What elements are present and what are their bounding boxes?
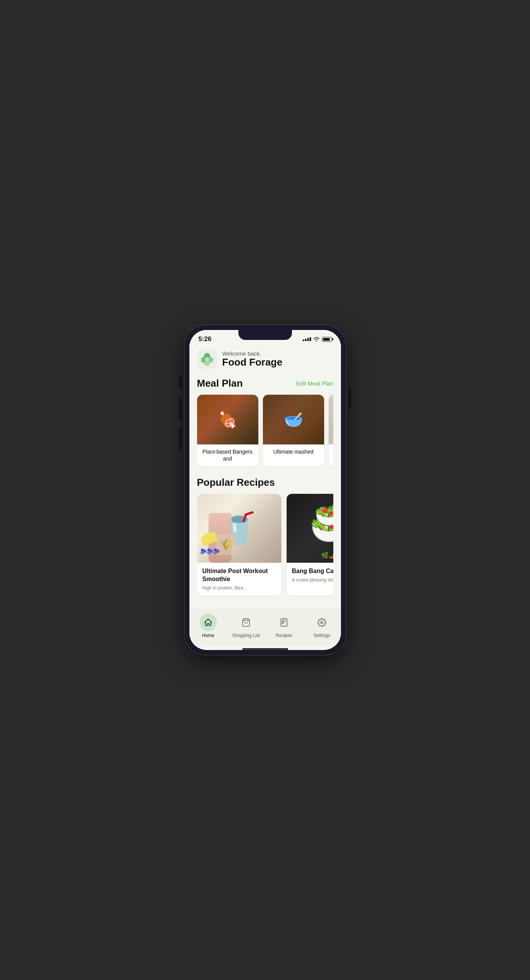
meal-card-2[interactable]: 🥣 Ultimate mashed	[263, 395, 324, 467]
meal-plan-title: Meal Plan	[197, 377, 243, 389]
nav-settings-icon-wrap	[313, 614, 331, 631]
notch	[238, 330, 292, 340]
recipes-scroll: 🌾 🫐🫐🫐 Ultimate Post Workout Smoothie Hig…	[197, 494, 333, 596]
recipe-card-1-title: Ultimate Post Workout Smoothie	[202, 567, 276, 583]
popular-recipes-header: Popular Recipes	[197, 477, 333, 488]
svg-rect-6	[281, 619, 287, 626]
bottom-nav: Home Shopping List	[189, 609, 341, 646]
phone-frame: 5:26	[185, 325, 346, 655]
signal-icon	[303, 337, 311, 341]
popular-recipes-section: Popular Recipes 🌾 🫐🫐🫐 Ultimat	[189, 474, 341, 603]
book-icon	[279, 618, 289, 627]
nav-shopping-label: Shopping List	[232, 633, 260, 638]
app-logo	[197, 349, 217, 369]
app-header: Welcome back, Food Forage	[189, 345, 341, 375]
nav-home-label: Home	[202, 633, 214, 638]
recipe-card-1[interactable]: 🌾 🫐🫐🫐 Ultimate Post Workout Smoothie Hig…	[197, 494, 281, 595]
recipe-card-2-image: 🥗 🌿🌶️	[287, 494, 333, 563]
popular-recipes-title: Popular Recipes	[197, 477, 275, 488]
meal-plan-header: Meal Plan Edit Meal Plan	[197, 377, 333, 389]
meal-plan-section: Meal Plan Edit Meal Plan 🍖 Plant-based B…	[189, 375, 341, 474]
meal-card-2-image: 🥣	[263, 395, 324, 444]
meal-card-2-label: Ultimate mashed	[263, 444, 324, 460]
volume-down-button	[179, 428, 182, 451]
basket-icon	[241, 618, 251, 627]
recipe-card-1-image: 🌾 🫐🫐🫐	[197, 494, 281, 563]
nav-shopping-icon-wrap	[237, 614, 255, 631]
main-content: Welcome back, Food Forage Meal Plan Edit…	[189, 345, 341, 609]
home-indicator	[242, 648, 288, 650]
recipe-card-2-body: Bang Bang Ca... A crowd pleasing dish...	[287, 563, 333, 587]
svg-point-4	[205, 357, 209, 361]
meal-card-1[interactable]: 🍖 Plant-based Bangers and	[197, 395, 258, 467]
meal-card-3-image: 🍽️	[329, 395, 333, 444]
recipe-card-1-body: Ultimate Post Workout Smoothie High in p…	[197, 563, 281, 595]
status-time: 5:26	[199, 335, 212, 343]
app-name: Food Forage	[222, 357, 282, 368]
home-icon	[204, 618, 213, 627]
wifi-icon	[313, 336, 320, 342]
meal-card-1-label: Plant-based Bangers and	[197, 444, 258, 467]
status-icons	[303, 336, 332, 342]
mute-button	[179, 375, 182, 389]
recipe-card-1-desc: High in protein, fibre...	[202, 585, 276, 591]
nav-home[interactable]: Home	[189, 614, 227, 638]
nav-recipes-label: Recipes	[276, 633, 292, 638]
battery-icon	[322, 337, 332, 342]
welcome-text: Welcome back,	[222, 350, 282, 357]
logo-icon	[200, 352, 214, 366]
nav-recipes[interactable]: Recipes	[265, 614, 303, 638]
nav-home-icon-wrap	[199, 614, 217, 631]
meal-card-3-label: Pl...Pa...	[329, 444, 333, 467]
meal-plan-scroll: 🍖 Plant-based Bangers and 🥣 Ultimate mas…	[197, 395, 333, 468]
gear-icon	[317, 618, 326, 627]
nav-shopping[interactable]: Shopping List	[227, 614, 265, 638]
nav-recipes-icon-wrap	[275, 614, 293, 631]
volume-up-button	[179, 398, 182, 421]
phone-screen: 5:26	[189, 330, 341, 650]
recipe-card-2-desc: A crowd pleasing dish...	[292, 577, 333, 583]
recipe-card-2[interactable]: 🥗 🌿🌶️ Bang Bang Ca... A crowd pleasing d…	[287, 494, 333, 595]
recipe-card-2-title: Bang Bang Ca...	[292, 567, 333, 575]
edit-meal-plan-button[interactable]: Edit Meal Plan	[296, 380, 333, 387]
meal-card-3[interactable]: 🍽️ Pl...Pa...	[329, 395, 333, 467]
meal-card-1-image: 🍖	[197, 395, 258, 444]
svg-point-11	[321, 621, 323, 624]
nav-settings[interactable]: Settings	[303, 614, 341, 638]
nav-settings-label: Settings	[313, 633, 330, 638]
power-button	[349, 387, 351, 410]
header-text: Welcome back, Food Forage	[222, 350, 282, 368]
